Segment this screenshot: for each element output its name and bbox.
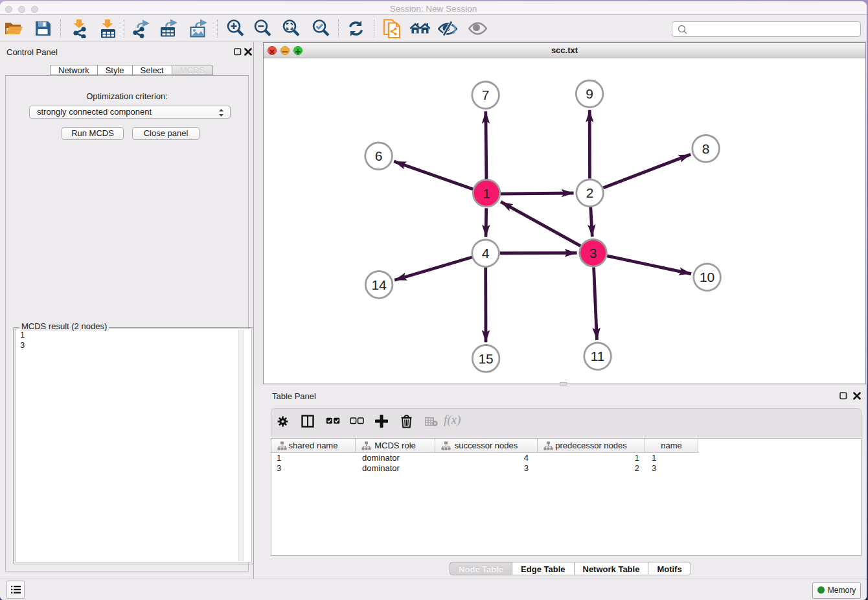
svg-text:6: 6 <box>375 148 383 163</box>
svg-text:3: 3 <box>589 246 597 260</box>
svg-text:1: 1 <box>483 186 490 201</box>
svg-text:14: 14 <box>371 277 387 292</box>
svg-text:10: 10 <box>700 270 714 284</box>
svg-text:2: 2 <box>586 185 594 200</box>
svg-text:15: 15 <box>478 351 493 366</box>
svg-text:8: 8 <box>702 141 710 156</box>
svg-text:9: 9 <box>586 86 593 101</box>
svg-text:4: 4 <box>482 246 490 260</box>
svg-text:7: 7 <box>482 87 490 102</box>
svg-text:11: 11 <box>591 349 605 363</box>
